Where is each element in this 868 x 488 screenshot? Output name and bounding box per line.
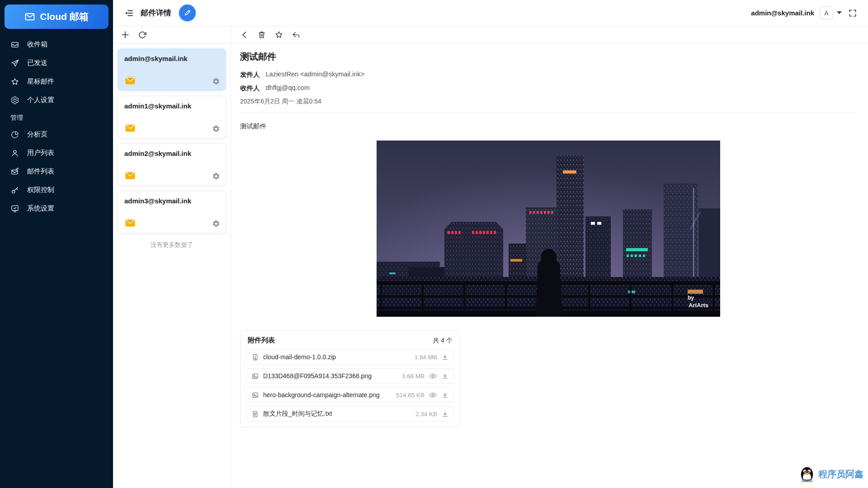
- back-icon: [240, 30, 249, 39]
- account-card[interactable]: admin1@skymail.ink: [118, 96, 226, 138]
- star-button[interactable]: [274, 30, 283, 39]
- sidebar-fold-button[interactable]: [124, 8, 134, 18]
- preview-button[interactable]: [429, 372, 437, 380]
- download-icon: [441, 410, 449, 418]
- account-card[interactable]: admin3@skymail.ink: [118, 191, 226, 233]
- brand-name: Cloud 邮箱: [40, 10, 88, 23]
- fold-menu-icon: [124, 8, 134, 18]
- sidebar-item-starred[interactable]: 星标邮件: [0, 72, 113, 91]
- attachment-list-panel: 附件列表 共 4 个 cloud-mail-demo-1.0.0.zip 1.8…: [240, 330, 460, 427]
- divider: [240, 112, 856, 113]
- account-list-toolbar: [113, 26, 231, 44]
- header-account-email[interactable]: admin@skymail.ink: [751, 9, 814, 17]
- attachment-row[interactable]: hero-background-campaign-alternate.png 5…: [246, 387, 454, 403]
- footer-brand-text: 程序员阿鑫: [818, 468, 863, 480]
- refresh-button[interactable]: [138, 31, 146, 39]
- sidebar-item-label: 系统设置: [27, 204, 54, 213]
- sidebar-item-label: 个人设置: [27, 96, 54, 104]
- image-file-icon: [251, 391, 259, 399]
- image-credit-artist: AriArts: [689, 302, 708, 309]
- reply-button[interactable]: [292, 30, 301, 39]
- envelope-icon: [24, 11, 35, 22]
- delete-button[interactable]: [257, 30, 266, 39]
- download-button[interactable]: [441, 410, 449, 418]
- download-icon: [441, 372, 449, 380]
- download-button[interactable]: [441, 391, 449, 399]
- account-email: admin@skymail.ink: [124, 55, 219, 62]
- refresh-icon: [138, 31, 146, 39]
- sidebar-item-label: 分析页: [27, 130, 47, 139]
- plus-icon: [120, 30, 130, 40]
- sidebar-item-mail-list[interactable]: 邮件列表: [0, 162, 113, 181]
- mail-toolbar: [231, 26, 868, 44]
- preview-button[interactable]: [429, 391, 437, 399]
- no-more-data-text: 没有更多数据了: [118, 241, 226, 249]
- account-card[interactable]: admin2@skymail.ink: [118, 143, 226, 186]
- attachment-row[interactable]: 散文片段_时间与记忆.txt 2.34 KB: [246, 406, 454, 422]
- mail-from-row: 发件人 LaziestRen <admin@skymail.ink>: [240, 70, 856, 79]
- key-icon: [10, 186, 19, 195]
- download-button[interactable]: [441, 372, 449, 380]
- account-card[interactable]: admin@skymail.ink: [118, 48, 226, 91]
- inbox-icon: [10, 40, 19, 49]
- footer-brand: 程序员阿鑫: [798, 465, 863, 483]
- sidebar-menu: 收件箱 已发送 星标邮件 个人设置 管理 分析页: [0, 35, 113, 218]
- send-icon: [10, 59, 19, 68]
- attachment-size: 2.34 KB: [415, 411, 437, 418]
- star-icon: [10, 77, 19, 86]
- mail-date: 2025年6月2日 周一 凌晨0:54: [240, 98, 856, 106]
- email-embedded-image: by AriArts: [377, 141, 720, 317]
- pencil-icon: [183, 9, 192, 17]
- add-account-button[interactable]: [120, 30, 130, 40]
- attachment-size: 1.84 MB: [415, 354, 437, 361]
- sidebar-item-permissions[interactable]: 权限控制: [0, 181, 113, 199]
- account-dropdown[interactable]: [837, 11, 842, 14]
- sidebar: Cloud 邮箱 收件箱 已发送 星标邮件 个人设置 管理: [0, 0, 113, 488]
- fullscreen-button[interactable]: [848, 9, 857, 18]
- avatar-letter: A: [824, 9, 828, 17]
- mail-detail-panel: 测试邮件 发件人 LaziestRen <admin@skymail.ink> …: [231, 26, 868, 488]
- back-button[interactable]: [240, 30, 249, 39]
- from-label: 发件人: [240, 70, 260, 79]
- mail-to-row: 收件人 dhffgj@qq.com: [240, 84, 856, 93]
- trash-icon: [257, 30, 266, 39]
- download-icon: [441, 353, 449, 361]
- eye-icon: [429, 372, 437, 380]
- download-button[interactable]: [441, 353, 449, 361]
- account-email: admin2@skymail.ink: [124, 150, 219, 157]
- envelope-icon: [124, 170, 136, 180]
- sidebar-item-label: 收件箱: [27, 40, 47, 49]
- from-value: LaziestRen <admin@skymail.ink>: [266, 70, 365, 79]
- sidebar-item-system-settings[interactable]: 系统设置: [0, 199, 113, 218]
- sidebar-item-label: 邮件列表: [27, 167, 54, 176]
- envelope-icon: [124, 123, 136, 133]
- attachment-row[interactable]: D133D468@F095A914.353F2368.png 3.68 MB: [246, 368, 454, 384]
- avatar[interactable]: A: [820, 6, 833, 20]
- envelope-icon: [124, 75, 136, 85]
- compose-button[interactable]: [179, 5, 196, 21]
- sidebar-item-user-list[interactable]: 用户列表: [0, 144, 113, 162]
- gear-icon[interactable]: [212, 125, 220, 133]
- attachment-row[interactable]: cloud-mail-demo-1.0.0.zip 1.84 MB: [246, 349, 454, 365]
- reply-icon: [292, 30, 301, 39]
- account-email: admin3@skymail.ink: [124, 197, 219, 205]
- top-header: 邮件详情 admin@skymail.ink A: [113, 0, 868, 26]
- caret-down-icon: [837, 11, 842, 14]
- sidebar-item-inbox[interactable]: 收件箱: [0, 35, 113, 54]
- account-email: admin1@skymail.ink: [124, 102, 219, 110]
- attachment-name: cloud-mail-demo-1.0.0.zip: [263, 353, 410, 361]
- mail-content: 测试邮件 发件人 LaziestRen <admin@skymail.ink> …: [231, 44, 868, 427]
- brand-logo-button[interactable]: Cloud 邮箱: [5, 5, 108, 29]
- gear-icon[interactable]: [212, 77, 220, 85]
- eye-icon: [429, 391, 437, 399]
- sidebar-item-sent[interactable]: 已发送: [0, 54, 113, 72]
- attachment-name: hero-background-campaign-alternate.png: [263, 391, 392, 399]
- sidebar-item-analytics[interactable]: 分析页: [0, 125, 113, 144]
- gear-icon[interactable]: [212, 172, 220, 180]
- gear-icon[interactable]: [212, 220, 220, 228]
- sidebar-item-personal-settings[interactable]: 个人设置: [0, 91, 113, 109]
- settings-gear-icon: [10, 96, 19, 105]
- fullscreen-icon: [848, 9, 857, 18]
- sidebar-item-label: 用户列表: [27, 149, 54, 157]
- image-file-icon: [251, 372, 259, 380]
